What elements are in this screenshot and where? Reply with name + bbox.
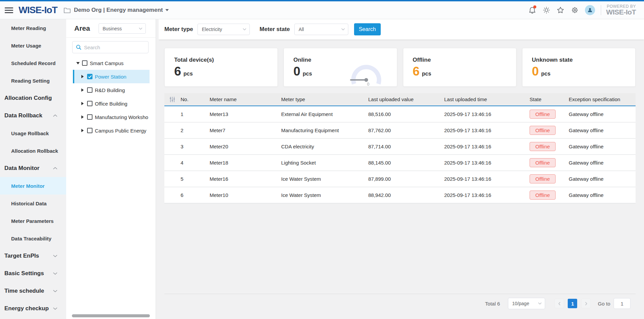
table-row[interactable]: 3Meter20CDA electricity87,714.002025-09-… — [164, 139, 636, 155]
sidebar-item-scheduled-record[interactable]: Scheduled Record — [0, 54, 66, 72]
table-row[interactable]: 1Meter13External Air Equipment88,516.002… — [164, 106, 636, 122]
table-row[interactable]: 4Meter18Lighting Socket88,145.002025-09-… — [164, 155, 636, 171]
settings-gear-icon[interactable] — [570, 6, 579, 14]
sidebar-item-allocation-rollback[interactable]: Allocation Rollback — [0, 142, 66, 160]
cell-value: 88,516.00 — [368, 111, 444, 117]
caret-down-icon[interactable] — [76, 62, 80, 64]
search-button[interactable]: Search — [354, 23, 381, 35]
sidebar-item-allocation-config[interactable]: Allocation Config — [0, 89, 66, 107]
sidebar-item-time-schedule[interactable]: Time schedule — [0, 282, 66, 300]
table-row[interactable]: 6Meter10Ice Water System88,942.002025-09… — [164, 187, 636, 203]
cell-exception: Gateway offline — [569, 111, 636, 117]
sidebar-item-label: Usage Rollback — [11, 130, 49, 136]
tree-checkbox[interactable] — [87, 74, 92, 79]
sidebar-item-label: Reading Setting — [11, 78, 50, 84]
cell-name: Meter16 — [210, 176, 281, 182]
col-header-state: State — [530, 96, 569, 102]
caret-right-icon[interactable] — [81, 88, 85, 92]
divider — [601, 5, 601, 15]
brightness-icon[interactable] — [542, 6, 551, 14]
page-next-button[interactable] — [581, 299, 591, 308]
sidebar-item-usage-rollback[interactable]: Usage Rollback — [0, 124, 66, 142]
org-selector[interactable]: Demo Org | Energy management — [74, 7, 169, 13]
tree-search-input[interactable] — [84, 45, 145, 50]
tree-checkbox[interactable] — [87, 101, 92, 106]
chevron-up-icon — [53, 167, 57, 170]
notification-bell-icon[interactable] — [528, 6, 537, 14]
online-gauge: 0 — [345, 61, 385, 87]
page-prev-button[interactable] — [555, 299, 564, 308]
table-header: No.Meter nameMeter typeLast uploaded val… — [164, 93, 636, 106]
table-row[interactable]: 2Meter7Manufacturing Equipment87,762.002… — [164, 122, 636, 139]
cell-no: 4 — [180, 160, 210, 166]
area-tree: Smart CampusPower StationR&D BuildingOff… — [66, 56, 156, 137]
sidebar-item-historical-data[interactable]: Historical Data — [0, 195, 66, 212]
caret-right-icon[interactable] — [81, 115, 85, 119]
sidebar-item-meter-usage[interactable]: Meter Usage — [0, 37, 66, 54]
sidebar-item-target-enpis[interactable]: Target EnPIs — [0, 247, 66, 265]
stat-card-online: Online0pcs0 — [284, 48, 397, 87]
stat-card-unknown-state: Unknown state0pcs — [522, 48, 636, 87]
page-size-value: 10/page — [512, 301, 529, 306]
tree-item-r-d-building[interactable]: R&D Building — [73, 83, 150, 97]
sidebar-item-meter-parameters[interactable]: Meter Parameters — [0, 212, 66, 230]
sidebar-item-data-rollback[interactable]: Data Rollback — [0, 107, 66, 124]
sidebar-item-label: Meter Monitor — [11, 183, 45, 189]
cell-name: Meter20 — [210, 144, 281, 149]
gauge-min-label: 0 — [367, 82, 370, 87]
cell-no: 3 — [180, 144, 210, 149]
org-caret-icon — [165, 9, 169, 11]
stat-card-unit: pcs — [422, 71, 431, 77]
cell-state: Offline — [530, 110, 569, 119]
caret-right-icon[interactable] — [81, 102, 85, 105]
sidebar-item-basic-settings[interactable]: Basic Settings — [0, 265, 66, 282]
cell-time: 2025-09-17 13:46:16 — [444, 127, 530, 133]
favorite-star-icon[interactable] — [556, 6, 565, 14]
meter-state-select[interactable]: All — [294, 24, 348, 35]
caret-right-icon[interactable] — [81, 75, 85, 78]
stat-card-value: 0 — [532, 64, 539, 79]
tree-item-manufacturing-worksho[interactable]: Manufacturing Worksho — [73, 110, 150, 124]
tree-checkbox[interactable] — [87, 87, 92, 93]
sidebar-item-energy-checkup[interactable]: Energy checkup — [0, 300, 66, 317]
stat-card-unit: pcs — [184, 71, 193, 77]
sidebar-item-reading-setting[interactable]: Reading Setting — [0, 72, 66, 89]
state-badge: Offline — [530, 158, 556, 167]
tree-checkbox[interactable] — [82, 60, 87, 66]
page-number-button[interactable]: 1 — [568, 299, 577, 308]
tree-checkbox[interactable] — [87, 128, 92, 133]
horizontal-scrollbar[interactable] — [72, 314, 150, 317]
goto-page-input[interactable] — [614, 298, 630, 309]
tree-item-office-building[interactable]: Office Building — [73, 97, 150, 110]
area-type-select[interactable]: Business — [99, 23, 146, 34]
cell-name: Meter18 — [210, 160, 281, 166]
table-filter-icon[interactable] — [164, 96, 180, 103]
cell-state: Offline — [530, 142, 569, 151]
tree-checkbox[interactable] — [87, 114, 92, 120]
table-row[interactable]: 5Meter16Ice Water System87,899.002025-09… — [164, 171, 636, 187]
main-content: Meter type Electricity Meter state All S… — [159, 19, 644, 319]
user-avatar[interactable] — [585, 5, 595, 15]
sidebar-item-label: Data Monitor — [4, 165, 39, 172]
hamburger-menu-icon[interactable] — [5, 7, 13, 13]
cell-name: Meter7 — [210, 127, 281, 133]
caret-right-icon[interactable] — [81, 129, 85, 132]
cell-name: Meter10 — [210, 192, 281, 198]
sidebar-item-meter-monitor[interactable]: Meter Monitor — [0, 177, 66, 195]
meter-type-select[interactable]: Electricity — [197, 24, 250, 35]
cell-state: Offline — [530, 174, 569, 183]
tree-item-smart-campus[interactable]: Smart Campus — [73, 56, 150, 70]
sidebar-item-meter-reading[interactable]: Meter Reading — [0, 19, 66, 37]
cell-time: 2025-09-17 13:46:16 — [444, 144, 530, 149]
sidebar-item-data-monitor[interactable]: Data Monitor — [0, 160, 66, 177]
tree-item-label: Office Building — [95, 101, 127, 107]
tree-item-campus-public-energy[interactable]: Campus Public Energy — [73, 124, 150, 137]
chevron-down-icon — [53, 255, 57, 257]
tree-item-power-station[interactable]: Power Station — [73, 70, 150, 83]
page-size-select[interactable]: 10/page — [508, 298, 545, 309]
sidebar-item-data-traceability[interactable]: Data Traceability — [0, 230, 66, 247]
chevron-down-icon — [53, 272, 57, 275]
area-panel: Area Business Smart CampusPower StationR… — [66, 19, 156, 319]
cell-time: 2025-09-17 13:46:16 — [444, 176, 530, 182]
cell-name: Meter13 — [210, 111, 281, 117]
